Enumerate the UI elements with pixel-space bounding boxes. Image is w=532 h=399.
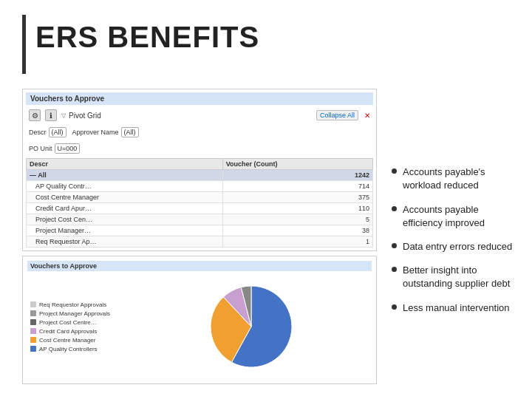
bullet-text: Data entry errors reduced [403, 240, 512, 253]
bullet-dot-icon [392, 243, 397, 248]
po-unit-filter-row: PO Unit U=000 [26, 142, 373, 155]
chart-area: Vouchers to Approve Req Requestor Approv… [22, 256, 377, 384]
list-item: Better insight into outstanding supplier… [392, 264, 517, 290]
legend-color [30, 346, 36, 352]
descr-filter: Descr (All) [29, 127, 66, 137]
table-cell-descr: — All [27, 170, 223, 181]
po-unit-select[interactable]: U=000 [55, 143, 81, 154]
col-header-descr: Descr [27, 159, 223, 170]
legend-label: AP Quality Controllers [39, 346, 98, 352]
legend-item: Req Requestor Approvals [30, 301, 126, 308]
descr-label: Descr [29, 129, 47, 136]
legend-color [30, 301, 36, 307]
list-item: Data entry errors reduced [392, 240, 517, 253]
table-cell-count: 1 [222, 236, 372, 248]
legend-area: Req Requestor ApprovalsProject Manager A… [30, 301, 126, 352]
bullet-list: Accounts payable's workload reducedAccou… [392, 166, 517, 315]
table-cell-descr: Project Manager… [27, 225, 223, 236]
table-row: Project Manager…38 [27, 225, 373, 236]
table-row: Credit Card Apur…110 [27, 203, 373, 214]
list-item: Accounts payable's workload reduced [392, 166, 517, 192]
screenshot-panel: Vouchers to Approve ⚙ ℹ ▽ Pivot Grid Col… [22, 89, 377, 384]
accent-bar [22, 15, 26, 74]
filter-row: Descr (All) Approver Name (All) [26, 126, 373, 139]
list-item: Less manual intervention [392, 301, 517, 315]
toolbar-row: ⚙ ℹ ▽ Pivot Grid Collapse All ✕ [26, 108, 373, 123]
data-table: Descr Voucher (Count) — All1242AP Qualit… [26, 158, 373, 248]
legend-item: Cost Centre Manager [30, 337, 126, 344]
gear-icon[interactable]: ⚙ [29, 109, 41, 121]
legend-color [30, 328, 36, 334]
bullet-dot-icon [392, 168, 397, 174]
bullet-text: Accounts payable's workload reduced [403, 166, 517, 192]
vouchers-header: Vouchers to Approve [26, 92, 373, 105]
legend-color [30, 319, 36, 325]
table-cell-descr: Project Cost Cen… [27, 214, 223, 225]
po-unit-filter: PO Unit U=000 [29, 143, 80, 154]
table-cell-descr: Credit Card Apur… [27, 203, 223, 214]
legend-label: Req Requestor Approvals [39, 301, 106, 308]
legend-label: Project Manager Approvals [39, 310, 110, 317]
info-icon[interactable]: ℹ [45, 109, 57, 121]
legend-label: Project Cost Centre… [39, 319, 97, 326]
table-cell-descr: AP Quality Contr… [27, 181, 223, 192]
table-row: Cost Centre Manager375 [27, 192, 373, 203]
pie-container [134, 279, 369, 375]
bullet-dot-icon [392, 304, 397, 310]
list-item: Accounts payable efficiency improved [392, 203, 517, 230]
close-icon[interactable]: ✕ [364, 112, 370, 120]
table-row: — All1242 [27, 170, 373, 181]
pivot-label: ▽ Pivot Grid [61, 112, 101, 120]
table-row: AP Quality Contr…714 [27, 181, 373, 192]
table-cell-descr: Req Requestor Ap… [27, 236, 223, 248]
col-header-count: Voucher (Count) [222, 159, 372, 170]
table-cell-count: 110 [222, 203, 372, 214]
bullet-text: Accounts payable efficiency improved [403, 203, 517, 230]
legend-color [30, 337, 36, 343]
descr-select[interactable]: (All) [49, 127, 66, 137]
page-title: ERS BENEFITS [35, 21, 259, 54]
vouchers-table: Vouchers to Approve ⚙ ℹ ▽ Pivot Grid Col… [22, 89, 377, 251]
bullet-dot-icon [392, 206, 397, 211]
legend-item: Credit Card Approvals [30, 328, 126, 335]
bullets-panel: Accounts payable's workload reducedAccou… [392, 89, 517, 384]
collapse-all-button[interactable]: Collapse All [316, 110, 358, 120]
table-cell-count: 5 [222, 214, 372, 225]
legend-item: Project Manager Approvals [30, 310, 126, 317]
table-cell-count: 375 [222, 192, 372, 203]
table-row: Project Cost Cen…5 [27, 214, 373, 225]
legend-label: Credit Card Approvals [39, 328, 97, 335]
approver-select[interactable]: (All) [121, 127, 139, 137]
approver-label: Approver Name [72, 129, 119, 136]
bullet-dot-icon [392, 267, 397, 272]
legend-label: Cost Centre Manager [39, 337, 95, 344]
legend-item: AP Quality Controllers [30, 346, 126, 352]
legend-item: Project Cost Centre… [30, 319, 126, 326]
table-cell-descr: Cost Centre Manager [27, 192, 223, 203]
bullet-text: Less manual intervention [403, 301, 510, 315]
table-cell-count: 38 [222, 225, 372, 236]
approver-filter: Approver Name (All) [72, 127, 139, 137]
table-row: Req Requestor Ap…1 [27, 236, 373, 248]
chart-title: Vouchers to Approve [27, 261, 372, 271]
pivot-triangle: ▽ [61, 112, 66, 119]
pivot-grid-label: Pivot Grid [69, 112, 101, 120]
table-cell-count: 714 [222, 181, 372, 192]
legend-color [30, 310, 36, 316]
chart-body: Req Requestor ApprovalsProject Manager A… [27, 274, 372, 379]
table-cell-count: 1242 [222, 170, 372, 181]
po-unit-label: PO Unit [29, 145, 52, 152]
bullet-text: Better insight into outstanding supplier… [403, 264, 517, 290]
content-area: Vouchers to Approve ⚙ ℹ ▽ Pivot Grid Col… [22, 89, 517, 384]
pie-chart [203, 279, 299, 375]
